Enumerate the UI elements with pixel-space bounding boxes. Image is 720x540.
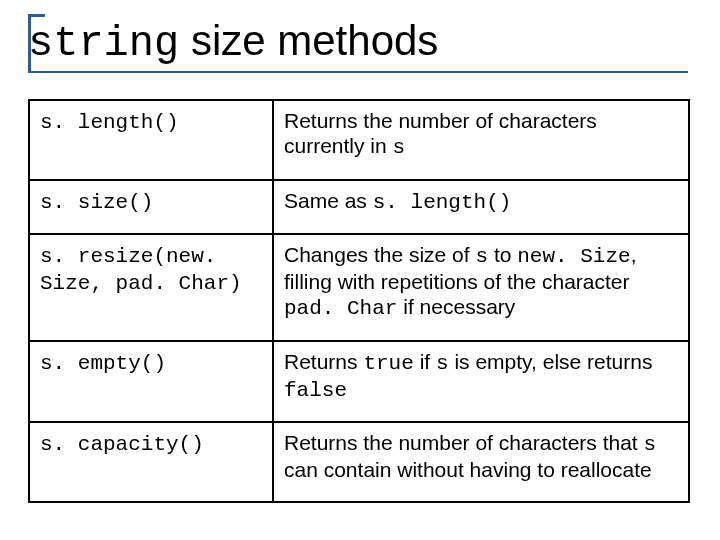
code-text: s. capacity() bbox=[40, 433, 204, 456]
code-text: s bbox=[436, 352, 449, 375]
code-text: new. Size bbox=[517, 245, 630, 268]
code-text: s bbox=[393, 136, 406, 159]
desc-cell: Same as s. length() bbox=[273, 180, 689, 235]
text: is empty, else returns bbox=[449, 350, 653, 373]
table-row: s. length() Returns the number of charac… bbox=[29, 100, 689, 180]
method-cell: s. resize(new. Size, pad. Char) bbox=[29, 234, 273, 340]
text: to bbox=[488, 243, 517, 266]
code-text: s. length() bbox=[373, 191, 512, 214]
text: Same as bbox=[284, 189, 373, 212]
table-row: s. resize(new. Size, pad. Char) Changes … bbox=[29, 234, 689, 340]
code-text: s. empty() bbox=[40, 352, 166, 375]
title-underline bbox=[28, 71, 688, 73]
code-text: true bbox=[363, 352, 413, 375]
title-code: string bbox=[28, 20, 179, 68]
table-row: s. empty() Returns true if s is empty, e… bbox=[29, 341, 689, 423]
code-text: s. length() bbox=[40, 111, 179, 134]
method-cell: s. empty() bbox=[29, 341, 273, 423]
code-text: s bbox=[475, 245, 488, 268]
text: Changes the size of bbox=[284, 243, 475, 266]
method-cell: s. length() bbox=[29, 100, 273, 180]
code-text: s. size() bbox=[40, 191, 153, 214]
method-cell: s. capacity() bbox=[29, 422, 273, 502]
desc-cell: Changes the size of s to new. Size, fill… bbox=[273, 234, 689, 340]
title-rest: size methods bbox=[179, 17, 438, 64]
slide-title: string size methods bbox=[28, 18, 692, 67]
desc-cell: Returns the number of characters current… bbox=[273, 100, 689, 180]
method-cell: s. size() bbox=[29, 180, 273, 235]
text: Returns bbox=[284, 350, 363, 373]
text: if bbox=[414, 350, 436, 373]
methods-tbody: s. length() Returns the number of charac… bbox=[29, 100, 689, 502]
code-text: pad. Char bbox=[284, 297, 397, 320]
code-text: false bbox=[284, 379, 347, 402]
title-block: string size methods bbox=[28, 18, 692, 73]
title-accent bbox=[28, 14, 45, 73]
text: can contain without having to reallocate bbox=[284, 458, 652, 481]
code-text: s bbox=[644, 433, 657, 456]
text: Returns the number of characters current… bbox=[284, 109, 597, 157]
table-row: s. capacity() Returns the number of char… bbox=[29, 422, 689, 502]
table-row: s. size() Same as s. length() bbox=[29, 180, 689, 235]
slide: string size methods s. length() Returns … bbox=[0, 0, 720, 540]
text: if necessary bbox=[397, 295, 515, 318]
methods-table: s. length() Returns the number of charac… bbox=[28, 99, 690, 503]
desc-cell: Returns the number of characters that s … bbox=[273, 422, 689, 502]
text: Returns the number of characters that bbox=[284, 431, 644, 454]
code-text: s. resize(new. Size, pad. Char) bbox=[40, 245, 242, 295]
desc-cell: Returns true if s is empty, else returns… bbox=[273, 341, 689, 423]
